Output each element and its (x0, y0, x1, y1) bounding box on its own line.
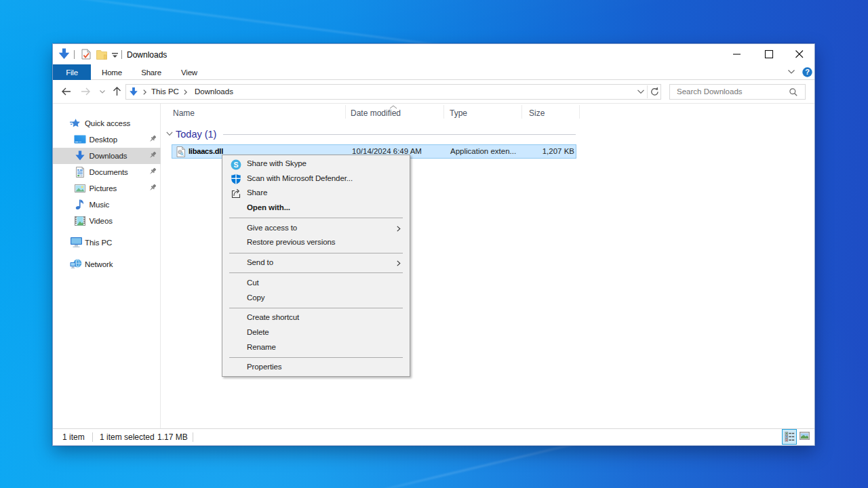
svg-text:?: ? (805, 68, 810, 76)
svg-text:S: S (234, 161, 239, 169)
